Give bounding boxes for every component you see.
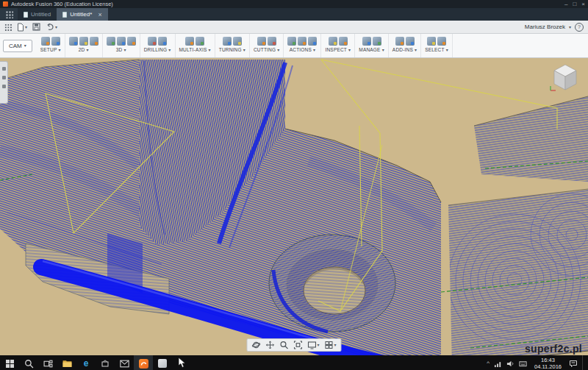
tool-icon[interactable] (185, 37, 194, 46)
document-tab-active[interactable]: Untitled* × (57, 8, 108, 21)
touch-keyboard-icon[interactable] (519, 360, 527, 368)
orbit-icon (251, 341, 260, 349)
orbit-button[interactable] (251, 341, 260, 349)
tool-icon[interactable] (308, 37, 317, 46)
tool-icon[interactable] (329, 37, 337, 46)
tool-icon[interactable] (223, 37, 232, 46)
group-label: MANAGE (359, 47, 380, 52)
chevron-down-icon: ▾ (317, 343, 319, 347)
chevron-down-icon: ▾ (168, 48, 171, 52)
ribbon-group-setup[interactable]: SETUP▾ (37, 34, 65, 57)
ribbon-group-inspect[interactable]: INSPECT▾ (321, 34, 355, 57)
ribbon-group-drilling[interactable]: DRILLING▾ (140, 34, 176, 57)
tool-icon[interactable] (41, 37, 50, 46)
ribbon-group-add-ins[interactable]: ADD-INS▾ (389, 34, 421, 57)
chevron-down-icon: ▾ (58, 48, 60, 52)
fit-icon (293, 341, 302, 349)
tool-icon[interactable] (268, 37, 276, 46)
task-view-button[interactable] (38, 355, 57, 370)
clock-time: 16:43 (534, 357, 562, 363)
tool-icon[interactable] (287, 37, 296, 46)
tool-icon[interactable] (51, 37, 60, 46)
ribbon-group-actions[interactable]: ACTIONS▾ (284, 34, 321, 57)
show-desktop-button[interactable] (582, 355, 586, 370)
display-settings-button[interactable]: ▾ (307, 341, 319, 349)
tool-icon[interactable] (339, 37, 348, 46)
zoom-button[interactable] (279, 341, 288, 349)
tool-icon[interactable] (79, 37, 88, 46)
fit-button[interactable] (293, 341, 302, 349)
taskbar-search-button[interactable] (19, 355, 38, 370)
tool-icon[interactable] (196, 37, 204, 46)
grid-settings-button[interactable]: ▾ (325, 341, 337, 349)
group-label: 2D (79, 47, 85, 52)
start-button[interactable] (0, 355, 19, 370)
chevron-down-icon: ▾ (25, 25, 27, 29)
tool-icon[interactable] (437, 37, 446, 46)
ribbon-group-3d[interactable]: 3D▾ (103, 34, 140, 57)
ribbon-group-cutting[interactable]: CUTTING▾ (250, 34, 284, 57)
quick-access-bar: ▾ ▾ Mariusz Brozek ▾ ? (0, 21, 588, 34)
grid-icon (5, 10, 13, 18)
document-tab[interactable]: Untitled (18, 8, 57, 21)
apps-grid-button[interactable] (4, 24, 12, 31)
tool-icon[interactable] (362, 37, 371, 46)
tool-icon[interactable] (257, 37, 266, 46)
undo-button[interactable]: ▾ (46, 23, 57, 31)
store-button[interactable] (96, 355, 115, 370)
ribbon-group-manage[interactable]: MANAGE▾ (355, 34, 389, 57)
help-button[interactable]: ? (575, 23, 584, 32)
minimize-button[interactable]: – (564, 0, 567, 8)
tool-icon[interactable] (148, 37, 157, 46)
close-button[interactable]: × (581, 0, 585, 8)
machining-toolpath-scene[interactable] (0, 58, 588, 355)
ribbon-group-turning[interactable]: TURNING▾ (215, 34, 250, 57)
maximize-button[interactable]: □ (573, 0, 576, 8)
windows-logo-icon (6, 360, 14, 368)
tool-icon[interactable] (373, 37, 381, 46)
tool-icon[interactable] (233, 37, 242, 46)
edge-browser-button[interactable]: e (76, 355, 96, 370)
view-cube[interactable] (548, 60, 582, 93)
action-center-icon[interactable] (569, 359, 578, 368)
tool-icon[interactable] (127, 37, 136, 46)
group-label: SELECT (425, 47, 445, 52)
file-explorer-icon (62, 359, 72, 368)
fusion-360-window: Autodesk Fusion 360 (Education License) … (0, 0, 588, 370)
hidden-icons-button[interactable]: ^ (487, 360, 490, 366)
tool-icon[interactable] (406, 37, 415, 46)
pan-button[interactable] (265, 341, 274, 349)
ribbon-group-multi-axis[interactable]: MULTI-AXIS▾ (176, 34, 215, 57)
group-label: CUTTING (254, 47, 276, 52)
chevron-down-icon: ▾ (313, 48, 315, 52)
tool-icon[interactable] (395, 37, 404, 46)
file-explorer-button[interactable] (57, 355, 76, 370)
tool-icon[interactable] (427, 37, 436, 46)
mail-button[interactable] (115, 355, 134, 370)
tool-icon[interactable] (107, 37, 115, 46)
tab-label: Untitled* (70, 11, 92, 18)
tool-icon[interactable] (117, 37, 126, 46)
tab-close-icon[interactable]: × (98, 11, 101, 18)
tool-icon[interactable] (69, 37, 78, 46)
fusion-360-taskbar-button[interactable] (134, 355, 153, 370)
ribbon-group-2d[interactable]: 2D▾ (65, 34, 103, 57)
user-menu[interactable]: Mariusz Brozek (525, 24, 565, 30)
data-panel-toggle[interactable] (0, 8, 18, 21)
app-button[interactable] (153, 355, 172, 370)
viewport[interactable]: ▾ ▾ superf2c.pl (0, 58, 588, 355)
browser-collapsed-strip[interactable] (0, 61, 8, 104)
tool-icon[interactable] (298, 37, 306, 46)
file-menu-button[interactable]: ▾ (17, 23, 27, 32)
workspace-selector[interactable]: CAM ▾ (3, 40, 32, 52)
tool-icon[interactable] (158, 37, 167, 46)
pan-icon (265, 341, 274, 349)
taskbar-clock[interactable]: 16:43 04.11.2016 (534, 357, 562, 370)
ribbon-group-select[interactable]: SELECT▾ (421, 34, 453, 57)
save-button[interactable] (32, 23, 40, 31)
chevron-down-icon: ▾ (348, 48, 351, 52)
panel-icon (2, 76, 6, 79)
volume-icon[interactable] (506, 360, 514, 368)
tool-icon[interactable] (90, 37, 98, 46)
network-icon[interactable] (494, 360, 502, 368)
